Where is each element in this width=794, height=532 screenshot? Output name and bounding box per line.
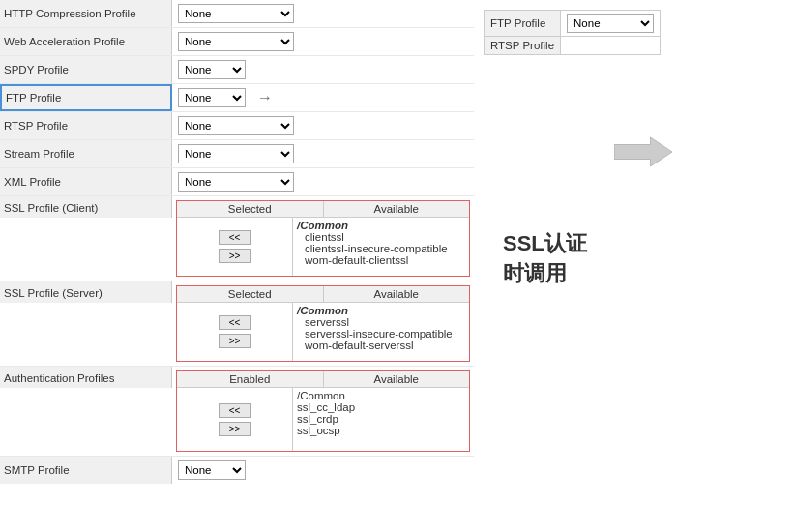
auth-item-1[interactable]: ssl_crdp: [297, 413, 465, 425]
right-ftp-row: FTP Profile None /Common ftp: [485, 11, 661, 37]
stream-profile-row: Stream Profile None: [0, 140, 474, 168]
rtsp-profile-value: None: [172, 112, 474, 139]
ssl-server-item-0[interactable]: serverssl: [297, 316, 465, 328]
auth-item-2[interactable]: ssl_ocsp: [297, 425, 465, 436]
auth-enabled-header: Enabled: [177, 371, 324, 387]
right-panel: FTP Profile None /Common ftp RTSP Profil…: [474, 0, 794, 484]
auth-enabled-col: << >>: [177, 388, 293, 451]
ssl-server-header: Selected Available: [177, 286, 469, 303]
ftp-profile-label: FTP Profile: [0, 84, 172, 111]
ssl-label-line2: 时调用: [503, 259, 794, 289]
ftp-profile-value: None →: [172, 84, 474, 111]
xml-profile-select[interactable]: None: [178, 172, 294, 192]
ssl-client-panel-inner: Selected Available << >> /Common clients…: [176, 200, 470, 277]
right-table: FTP Profile None /Common ftp RTSP Profil…: [484, 10, 661, 55]
http-compression-select[interactable]: None: [178, 4, 294, 23]
auth-panel-body: << >> /Common ssl_cc_ldap ssl_crdp ssl_o…: [177, 388, 469, 451]
web-acceleration-row: Web Acceleration Profile None: [0, 28, 474, 56]
http-compression-label: HTTP Compression Profile: [0, 0, 172, 27]
xml-profile-row: XML Profile None: [0, 168, 474, 196]
ssl-big-arrow-container: [491, 133, 794, 171]
auth-move-right[interactable]: >>: [219, 422, 251, 436]
ssl-server-move-right[interactable]: >>: [219, 334, 251, 348]
ssl-client-selected-header: Selected: [177, 201, 324, 217]
ssl-client-item-1[interactable]: clientssl-insecure-compatible: [297, 243, 465, 254]
ssl-client-row: SSL Profile (Client) Selected Available …: [0, 196, 474, 281]
smtp-profile-row: SMTP Profile None: [0, 457, 474, 484]
right-ftp-dropdown-cell: None /Common ftp: [561, 11, 661, 37]
auth-profiles-panel: Enabled Available << >> /Common ssl_cc_l…: [172, 367, 474, 456]
xml-profile-value: None: [172, 168, 474, 195]
ssl-server-panel-inner: Selected Available << >> /Common servers…: [176, 285, 470, 362]
ssl-client-available-header: Available: [324, 201, 470, 217]
svg-marker-0: [614, 137, 672, 166]
ssl-big-arrow: [614, 133, 672, 171]
auth-profiles-label: Authentication Profiles: [0, 367, 172, 388]
spdy-profile-select[interactable]: None: [178, 60, 246, 79]
ssl-server-panel: Selected Available << >> /Common servers…: [172, 281, 474, 366]
right-ftp-select[interactable]: None /Common ftp: [567, 14, 654, 33]
smtp-profile-label: SMTP Profile: [0, 457, 172, 484]
ssl-server-selected-col: << >>: [177, 303, 293, 361]
ftp-arrow-right: →: [257, 89, 273, 106]
ssl-client-move-left[interactable]: <<: [219, 230, 251, 245]
web-acceleration-label: Web Acceleration Profile: [0, 28, 172, 55]
auth-available-header: Available: [324, 371, 470, 387]
ssl-client-folder: /Common: [297, 220, 465, 231]
ssl-big-label: SSL认证 时调用: [503, 229, 794, 289]
auth-panel-inner: Enabled Available << >> /Common ssl_cc_l…: [176, 370, 470, 452]
ftp-profile-select[interactable]: None: [178, 88, 246, 107]
web-acceleration-select[interactable]: None: [178, 32, 294, 51]
stream-profile-value: None: [172, 140, 474, 167]
ssl-label-line1: SSL认证: [503, 229, 794, 259]
spdy-profile-row: SPDY Profile None: [0, 56, 474, 84]
ssl-client-available-col: /Common clientssl clientssl-insecure-com…: [293, 218, 469, 276]
ssl-client-label: SSL Profile (Client): [0, 196, 172, 218]
ssl-server-row: SSL Profile (Server) Selected Available …: [0, 281, 474, 367]
ssl-server-move-left[interactable]: <<: [219, 315, 251, 330]
spdy-profile-value: None: [172, 56, 474, 83]
rtsp-profile-row: RTSP Profile None: [0, 112, 474, 140]
xml-profile-label: XML Profile: [0, 168, 172, 195]
stream-profile-select[interactable]: None: [178, 144, 294, 163]
ssl-client-panel: Selected Available << >> /Common clients…: [172, 196, 474, 281]
main-container: HTTP Compression Profile None Web Accele…: [0, 0, 794, 484]
ftp-profile-row: FTP Profile None →: [0, 84, 474, 112]
rtsp-profile-select[interactable]: None: [178, 116, 294, 135]
auth-item-0[interactable]: ssl_cc_ldap: [297, 401, 465, 413]
ssl-client-body: << >> /Common clientssl clientssl-insecu…: [177, 218, 469, 276]
ssl-client-item-0[interactable]: clientssl: [297, 231, 465, 243]
stream-profile-label: Stream Profile: [0, 140, 172, 167]
auth-move-left[interactable]: <<: [219, 403, 251, 418]
web-acceleration-value: None: [172, 28, 474, 55]
left-panel: HTTP Compression Profile None Web Accele…: [0, 0, 474, 484]
right-rtsp-value-cell: [561, 37, 661, 55]
ssl-server-available-header: Available: [324, 286, 470, 302]
ssl-server-body: << >> /Common serverssl serverssl-insecu…: [177, 303, 469, 361]
http-compression-row: HTTP Compression Profile None: [0, 0, 474, 28]
auth-folder: /Common: [297, 390, 465, 401]
ssl-client-header: Selected Available: [177, 201, 469, 218]
ssl-server-available-col: /Common serverssl serverssl-insecure-com…: [293, 303, 469, 361]
right-rtsp-label: RTSP Profile: [485, 37, 561, 55]
ssl-server-item-2[interactable]: wom-default-serverssl: [297, 340, 465, 351]
ssl-client-move-right[interactable]: >>: [219, 249, 251, 263]
smtp-profile-select[interactable]: None: [178, 460, 246, 480]
ssl-server-label: SSL Profile (Server): [0, 281, 172, 303]
http-compression-value: None: [172, 0, 474, 27]
auth-panel-header: Enabled Available: [177, 371, 469, 388]
smtp-profile-value: None: [172, 457, 474, 484]
ssl-client-item-2[interactable]: wom-default-clientssl: [297, 254, 465, 266]
right-rtsp-row: RTSP Profile: [485, 37, 661, 55]
right-ftp-label: FTP Profile: [485, 11, 561, 37]
spdy-profile-label: SPDY Profile: [0, 56, 172, 83]
ssl-client-selected-col: << >>: [177, 218, 293, 276]
ssl-server-folder: /Common: [297, 305, 465, 316]
rtsp-profile-label: RTSP Profile: [0, 112, 172, 139]
auth-available-col: /Common ssl_cc_ldap ssl_crdp ssl_ocsp: [293, 388, 469, 451]
ssl-server-item-1[interactable]: serverssl-insecure-compatible: [297, 328, 465, 340]
ssl-server-selected-header: Selected: [177, 286, 324, 302]
auth-profiles-row: Authentication Profiles Enabled Availabl…: [0, 367, 474, 457]
